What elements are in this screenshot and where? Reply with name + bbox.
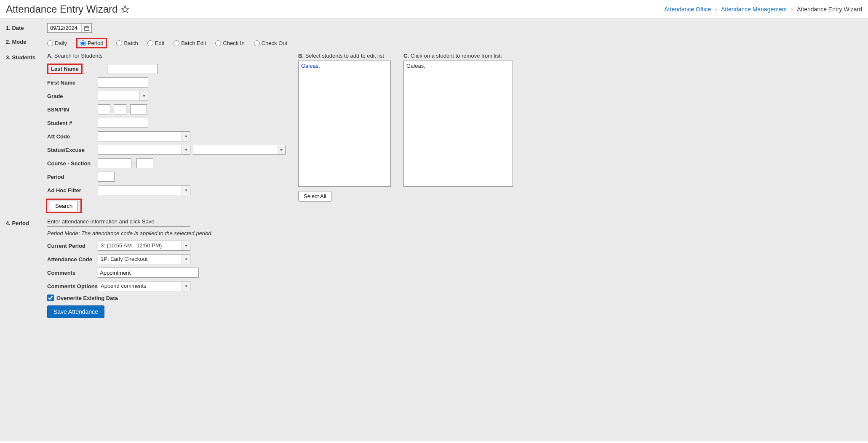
ssn-sep: -: [127, 106, 129, 113]
ssn-input-2[interactable]: [114, 104, 126, 114]
overwrite-checkbox[interactable]: [47, 294, 54, 301]
mode-batch-edit[interactable]: Batch Edit: [174, 40, 206, 46]
search-section-text: Search for Students: [54, 53, 103, 59]
favorite-star-icon[interactable]: [121, 5, 129, 13]
adhoc-select[interactable]: [98, 185, 190, 195]
search-button[interactable]: Search: [50, 201, 78, 211]
chevron-down-icon: [184, 135, 188, 138]
breadcrumb-attendance-office[interactable]: Attendance Office: [664, 6, 711, 13]
chevron-down-icon: [280, 148, 283, 151]
mode-daily[interactable]: Daily: [47, 40, 67, 46]
status-excuse-label: Status/Excuse: [47, 147, 98, 153]
excuse-select[interactable]: [193, 145, 286, 155]
remove-section-text: Click on a student to remove from list:: [411, 53, 502, 59]
current-period-select[interactable]: 3: (10:55 AM - 12:50 PM): [98, 241, 190, 251]
comments-label: Comments: [47, 270, 98, 276]
current-period-value: 3: (10:55 AM - 12:50 PM): [98, 241, 182, 250]
comments-input[interactable]: [98, 268, 199, 278]
search-results-listbox[interactable]: Galeas,: [298, 61, 391, 187]
comments-options-select-button[interactable]: [182, 281, 190, 291]
save-attendance-button[interactable]: Save Attendance: [47, 305, 104, 318]
mode-daily-label: Daily: [55, 40, 67, 46]
student-no-input[interactable]: [98, 118, 148, 128]
mode-check-in-radio[interactable]: [215, 40, 221, 46]
svg-marker-10: [184, 245, 187, 247]
att-code-select-value: [98, 132, 182, 141]
mode-period[interactable]: Period: [76, 38, 107, 48]
svg-marker-8: [280, 149, 282, 151]
select-all-button[interactable]: Select All: [298, 191, 331, 202]
svg-marker-6: [184, 135, 187, 137]
chevron-down-icon: [184, 284, 188, 288]
attendance-code-value: 1P: Early Checkout: [98, 255, 182, 264]
breadcrumb-attendance-management[interactable]: Attendance Management: [721, 6, 787, 13]
mode-edit-radio[interactable]: [147, 40, 153, 46]
last-name-label: Last Name: [47, 64, 83, 74]
grade-select-value: [98, 91, 139, 101]
ssn-pin-label: SSN/PIN: [47, 106, 98, 113]
mode-batch-edit-label: Batch Edit: [181, 40, 206, 46]
date-field-wrap: [47, 23, 92, 33]
adhoc-label: Ad Hoc Filter: [47, 187, 98, 194]
mode-check-out-radio[interactable]: [254, 40, 260, 46]
ssn-input-1[interactable]: [98, 104, 110, 114]
chevron-down-icon: [184, 257, 188, 261]
excuse-select-button[interactable]: [277, 145, 285, 154]
svg-rect-1: [84, 26, 89, 30]
adhoc-select-button[interactable]: [182, 186, 190, 195]
mode-check-in[interactable]: Check In: [215, 40, 244, 46]
svg-marker-12: [184, 285, 187, 287]
period-mode-note: Period Mode: The attendance code is appl…: [47, 230, 862, 236]
period-filter-label: Period: [47, 174, 98, 180]
mode-edit[interactable]: Edit: [147, 40, 164, 46]
page-title-wrap: Attendance Entry Wizard: [6, 3, 129, 15]
select-section-header: B. Select students to add to edit list: [298, 53, 391, 59]
list-item[interactable]: Galeas,: [301, 63, 388, 69]
course-section-label: Course - Section: [47, 160, 98, 167]
current-period-select-button[interactable]: [182, 241, 190, 250]
section-input[interactable]: [136, 158, 153, 168]
mode-period-radio[interactable]: [80, 40, 86, 46]
attendance-code-select-button[interactable]: [182, 255, 190, 264]
period-section-header: Enter attendance information and click S…: [47, 218, 190, 227]
att-code-label: Att Code: [47, 133, 98, 140]
calendar-icon: [84, 25, 90, 31]
comments-options-select[interactable]: Append comments: [98, 281, 190, 291]
last-name-input[interactable]: [107, 64, 158, 74]
attendance-code-select[interactable]: 1P: Early Checkout: [98, 254, 190, 264]
att-code-select[interactable]: [98, 131, 190, 141]
ssn-input-3[interactable]: [130, 104, 147, 114]
chevron-down-icon: [184, 148, 188, 151]
edit-listbox[interactable]: Galeas,: [403, 61, 513, 187]
comments-options-label: Comments Options: [47, 283, 98, 289]
first-name-input[interactable]: [98, 77, 148, 88]
mode-batch-edit-radio[interactable]: [174, 40, 179, 46]
student-no-label: Student #: [47, 120, 98, 126]
svg-marker-7: [184, 149, 187, 151]
breadcrumb-sep-icon: ›: [791, 6, 793, 13]
att-code-select-button[interactable]: [182, 132, 190, 141]
grade-select-button[interactable]: [139, 91, 148, 101]
grade-select[interactable]: [98, 91, 148, 101]
status-select-button[interactable]: [182, 145, 190, 154]
select-section-text: Select students to add to edit list: [305, 53, 384, 59]
excuse-select-value: [193, 145, 277, 154]
mode-period-label: Period: [88, 40, 104, 46]
mode-batch[interactable]: Batch: [116, 40, 138, 46]
select-section-letter: B.: [298, 53, 304, 59]
course-sep: -: [133, 160, 135, 167]
list-item[interactable]: Galeas,: [406, 63, 510, 69]
date-picker-button[interactable]: [81, 24, 91, 32]
svg-marker-5: [142, 95, 145, 97]
mode-daily-radio[interactable]: [47, 40, 53, 46]
course-input[interactable]: [98, 158, 131, 168]
svg-marker-11: [184, 258, 187, 260]
breadcrumb: Attendance Office › Attendance Managemen…: [664, 6, 862, 13]
mode-check-out[interactable]: Check Out: [254, 40, 287, 46]
mode-batch-radio[interactable]: [116, 40, 122, 46]
date-input[interactable]: [48, 24, 81, 32]
breadcrumb-sep-icon: ›: [715, 6, 717, 13]
period-filter-input[interactable]: [98, 172, 115, 182]
status-select[interactable]: [98, 145, 190, 155]
adhoc-select-value: [98, 186, 182, 195]
